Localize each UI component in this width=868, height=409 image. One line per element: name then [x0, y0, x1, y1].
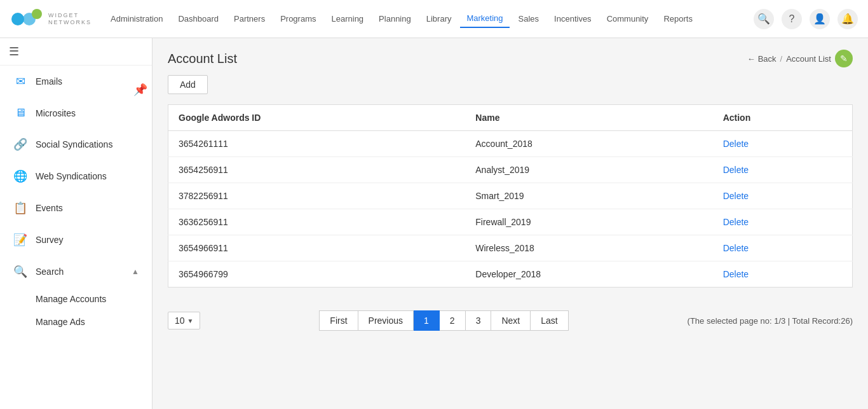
- cell-action: Delete: [713, 131, 853, 157]
- sidebar-item-social-syndications[interactable]: 🔗 Social Syndications: [0, 128, 152, 160]
- bell-icon: 🔔: [841, 13, 854, 25]
- help-icon: ?: [789, 13, 795, 25]
- notifications-button[interactable]: 🔔: [837, 9, 858, 29]
- nav-icons: 🔍 ? 👤 🔔: [754, 9, 858, 29]
- survey-icon: 📝: [13, 233, 28, 247]
- cell-adwords-id: 3654966911: [168, 235, 466, 261]
- pagination-left: 10 ▼: [168, 312, 200, 329]
- svg-point-2: [32, 9, 42, 19]
- nav-library[interactable]: Library: [420, 10, 458, 27]
- search-section-icon: 🔍: [13, 265, 28, 279]
- page-button-2[interactable]: 2: [440, 310, 466, 331]
- microsites-icon: 🖥: [13, 106, 28, 120]
- nav-learning[interactable]: Learning: [325, 10, 370, 27]
- delete-link[interactable]: Delete: [723, 165, 749, 175]
- global-search-button[interactable]: 🔍: [754, 9, 774, 29]
- table-row: 3654966799 Developer_2018 Delete: [168, 261, 853, 288]
- sidebar-search-submenu: Manage Accounts Manage Ads: [0, 288, 152, 333]
- delete-link[interactable]: Delete: [723, 191, 749, 201]
- cell-name: Firewall_2019: [465, 209, 712, 235]
- nav-planning[interactable]: Planning: [372, 10, 417, 27]
- nav-reports[interactable]: Reports: [657, 10, 699, 27]
- cell-action: Delete: [713, 157, 853, 183]
- hamburger-menu[interactable]: ☰: [9, 45, 19, 58]
- sidebar-item-web-syndications[interactable]: 🌐 Web Syndications: [0, 160, 152, 192]
- edit-badge[interactable]: ✎: [835, 50, 853, 67]
- nav-incentives[interactable]: Incentives: [548, 10, 598, 27]
- sidebar-item-emails[interactable]: ✉ Emails: [0, 66, 152, 97]
- delete-link[interactable]: Delete: [723, 217, 749, 227]
- cell-adwords-id: 3654256911: [168, 157, 466, 183]
- cell-action: Delete: [713, 261, 853, 288]
- pagination-status: (The selected page no: 1/3 | Total Recor…: [688, 316, 853, 326]
- cell-name: Account_2018: [465, 131, 712, 157]
- sidebar-label-events: Events: [36, 203, 63, 213]
- page-button-first[interactable]: First: [319, 310, 358, 331]
- table-header: Google Adwords ID Name Action: [168, 105, 853, 131]
- account-table: Google Adwords ID Name Action 3654261111…: [168, 104, 853, 288]
- page-header: Account List ← Back / Account List ✎: [153, 38, 868, 75]
- logo-text: WIDGET NETWORKS: [48, 12, 92, 26]
- cell-action: Delete: [713, 209, 853, 235]
- delete-link[interactable]: Delete: [723, 139, 749, 149]
- pagination-center: FirstPrevious123NextLast: [319, 310, 568, 331]
- delete-link[interactable]: Delete: [723, 243, 749, 253]
- per-page-select[interactable]: 10 ▼: [168, 312, 200, 329]
- web-syndications-icon: 🌐: [13, 169, 28, 183]
- per-page-value: 10: [175, 315, 185, 326]
- nav-sales[interactable]: Sales: [512, 10, 546, 27]
- table-row: 3636256911 Firewall_2019 Delete: [168, 209, 853, 235]
- cell-action: Delete: [713, 235, 853, 261]
- pagination-bar: 10 ▼ FirstPrevious123NextLast (The selec…: [153, 303, 868, 338]
- search-icon: 🔍: [757, 13, 770, 25]
- logo-icon: [10, 6, 43, 32]
- pin-icon[interactable]: 📌: [133, 83, 147, 97]
- sidebar-item-manage-ads[interactable]: Manage Ads: [36, 310, 152, 333]
- col-action: Action: [713, 105, 853, 131]
- delete-link[interactable]: Delete: [723, 269, 749, 279]
- cell-name: Smart_2019: [465, 183, 712, 209]
- table-body: 3654261111 Account_2018 Delete 365425691…: [168, 131, 853, 288]
- back-button[interactable]: ← Back: [747, 54, 776, 64]
- nav-administration[interactable]: Administration: [104, 10, 169, 27]
- col-google-adwords-id: Google Adwords ID: [168, 105, 466, 131]
- col-name: Name: [465, 105, 712, 131]
- svg-point-0: [11, 13, 24, 25]
- nav-dashboard[interactable]: Dashboard: [172, 10, 225, 27]
- content-inner: Account List ← Back / Account List ✎ Add: [153, 38, 868, 409]
- profile-button[interactable]: 👤: [810, 9, 830, 29]
- dropdown-arrow-icon: ▼: [187, 317, 194, 324]
- add-button[interactable]: Add: [168, 75, 208, 94]
- cell-adwords-id: 3636256911: [168, 209, 466, 235]
- cell-action: Delete: [713, 183, 853, 209]
- sidebar-item-survey[interactable]: 📝 Survey: [0, 224, 152, 256]
- sidebar: ☰ 📌 ✉ Emails 🖥 Microsites 🔗 Social Syndi…: [0, 38, 153, 409]
- sidebar-item-events[interactable]: 📋 Events: [0, 192, 152, 224]
- sidebar-label-survey: Survey: [36, 235, 64, 245]
- user-icon: 👤: [813, 13, 826, 25]
- main-layout: ☰ 📌 ✉ Emails 🖥 Microsites 🔗 Social Syndi…: [0, 38, 868, 409]
- cell-adwords-id: 3654261111: [168, 131, 466, 157]
- nav-links: Administration Dashboard Partners Progra…: [104, 10, 754, 28]
- events-icon: 📋: [13, 201, 28, 215]
- page-button-last[interactable]: Last: [531, 310, 568, 331]
- sidebar-label-search: Search: [36, 267, 64, 277]
- page-button-3[interactable]: 3: [466, 310, 492, 331]
- edit-icon: ✎: [840, 53, 848, 64]
- help-button[interactable]: ?: [782, 9, 802, 29]
- page-button-previous[interactable]: Previous: [358, 310, 414, 331]
- nav-community[interactable]: Community: [600, 10, 655, 27]
- page-button-next[interactable]: Next: [491, 310, 531, 331]
- nav-programs[interactable]: Programs: [274, 10, 322, 27]
- sidebar-label-emails: Emails: [36, 76, 62, 87]
- page-button-1[interactable]: 1: [414, 310, 440, 331]
- nav-marketing[interactable]: Marketing: [460, 10, 509, 28]
- sidebar-item-microsites[interactable]: 🖥 Microsites: [0, 97, 152, 128]
- sidebar-label-microsites: Microsites: [36, 108, 76, 118]
- nav-partners[interactable]: Partners: [227, 10, 271, 27]
- table-area: Add Google Adwords ID Name Action 365426…: [153, 75, 868, 303]
- table-row: 3654966911 Wireless_2018 Delete: [168, 235, 853, 261]
- sidebar-section-search[interactable]: 🔍 Search ▲: [0, 256, 152, 288]
- sidebar-item-manage-accounts[interactable]: Manage Accounts: [36, 288, 152, 310]
- sidebar-label-web: Web Syndications: [36, 171, 107, 181]
